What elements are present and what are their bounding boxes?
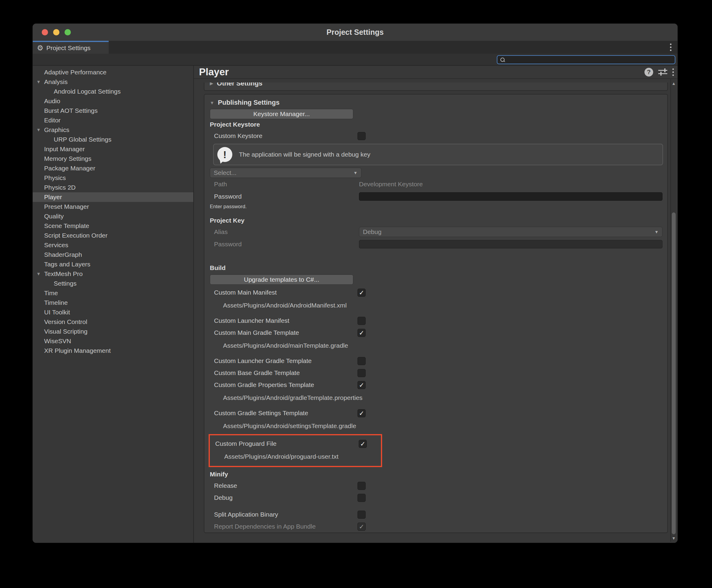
keystore-password-label: Password <box>214 193 359 200</box>
alias-dropdown[interactable]: Debug ▼ <box>359 227 663 237</box>
sidebar-item-burst-aot-settings[interactable]: Burst AOT Settings <box>33 106 193 115</box>
vertical-scrollbar[interactable]: ▲ ▼ <box>670 79 676 542</box>
sidebar-item-adaptive-performance[interactable]: Adaptive Performance <box>33 67 193 77</box>
sidebar-item-player[interactable]: Player <box>33 192 193 202</box>
sidebar-item-visual-scripting[interactable]: Visual Scripting <box>33 327 193 336</box>
sidebar-item-version-control[interactable]: Version Control <box>33 317 193 327</box>
sidebar-item-scene-template[interactable]: Scene Template <box>33 221 193 231</box>
expand-triangle-icon[interactable]: ▼ <box>36 77 41 87</box>
sidebar-item-urp-global-settings[interactable]: URP Global Settings <box>33 135 193 144</box>
window-title: Project Settings <box>33 24 677 41</box>
alias-label: Alias <box>214 228 359 235</box>
other-settings-section: ▶ Other Settings <box>204 83 668 91</box>
sidebar-item-timeline[interactable]: Timeline <box>33 298 193 308</box>
expanded-triangle-icon: ▼ <box>210 100 214 105</box>
setting-row: Custom Launcher Gradle Template <box>204 355 667 367</box>
sidebar-item-android-logcat-settings[interactable]: Android Logcat Settings <box>33 87 193 96</box>
sidebar-item-audio[interactable]: Audio <box>33 96 193 106</box>
custom-proguard-checkbox[interactable] <box>359 440 367 448</box>
keystore-manager-button[interactable]: Keystore Manager... <box>210 109 353 119</box>
custom-launcher-gradle-checkbox[interactable] <box>358 357 366 365</box>
highlight-box: Custom Proguard File Assets/Plugins/Andr… <box>209 434 382 467</box>
minify-debug-row: Debug <box>204 492 667 504</box>
project-key-header: Project Key <box>204 215 667 226</box>
sidebar-item-tags-and-layers[interactable]: Tags and Layers <box>33 259 193 269</box>
page-title: Player <box>199 66 229 78</box>
warning-icon: ! <box>217 147 232 162</box>
publishing-settings-section: ▼ Publishing Settings Keystore Manager..… <box>204 94 668 533</box>
sidebar-item-tmp-settings[interactable]: Settings <box>33 279 193 288</box>
search-field[interactable] <box>497 55 675 64</box>
debug-key-warning: ! The application will be signed with a … <box>213 144 663 165</box>
key-password-row: Password <box>204 238 667 251</box>
custom-main-gradle-checkbox[interactable] <box>358 329 366 337</box>
sidebar-item-services[interactable]: Services <box>33 240 193 250</box>
scrollbar-thumb[interactable] <box>672 212 676 534</box>
upgrade-templates-button[interactable]: Upgrade templates to C#... <box>210 274 353 285</box>
custom-gradle-settings-checkbox[interactable] <box>358 409 366 417</box>
custom-base-gradle-checkbox[interactable] <box>358 369 366 377</box>
path-value: Development Keystore <box>359 181 423 188</box>
custom-keystore-checkbox[interactable] <box>358 132 366 140</box>
player-settings-panel: Player ? ▶ Other Settings <box>194 66 677 543</box>
sidebar-item-time[interactable]: Time <box>33 288 193 298</box>
search-input[interactable] <box>507 57 669 63</box>
keystore-select-value: Select... <box>214 169 237 176</box>
sidebar-item-package-manager[interactable]: Package Manager <box>33 164 193 173</box>
sidebar-item-quality[interactable]: Quality <box>33 211 193 221</box>
minify-release-checkbox[interactable] <box>358 482 366 490</box>
kebab-menu-icon[interactable] <box>672 68 674 76</box>
custom-main-manifest-checkbox[interactable] <box>358 289 366 297</box>
kebab-menu-icon[interactable] <box>670 41 671 54</box>
split-application-binary-checkbox[interactable] <box>358 510 366 519</box>
custom-launcher-manifest-checkbox[interactable] <box>358 317 366 325</box>
project-settings-window: Project Settings ⚙ Project Settings Adap… <box>33 23 678 543</box>
keystore-path-row: Path Development Keystore <box>204 178 667 190</box>
scroll-down-icon[interactable]: ▼ <box>671 536 676 541</box>
other-settings-foldout[interactable]: ▶ Other Settings <box>204 83 667 88</box>
sidebar-item-input-manager[interactable]: Input Manager <box>33 144 193 154</box>
setting-row: Custom Base Gradle Template <box>204 367 667 379</box>
presets-icon[interactable] <box>658 68 667 76</box>
alias-row: Alias Debug ▼ <box>204 226 667 238</box>
path-text: Assets/Plugins/Android/settingsTemplate.… <box>204 419 667 433</box>
alias-value: Debug <box>363 228 382 235</box>
collapsed-triangle-icon: ▶ <box>210 83 213 86</box>
warning-text: The application will be signed with a de… <box>239 151 370 158</box>
key-password-input[interactable] <box>359 240 663 248</box>
sidebar-item-graphics[interactable]: ▼Graphics <box>33 125 193 135</box>
sidebar-item-physics-2d[interactable]: Physics 2D <box>33 183 193 192</box>
titlebar: Project Settings <box>33 24 677 41</box>
custom-gradle-properties-checkbox[interactable] <box>358 381 366 389</box>
search-icon <box>500 57 505 62</box>
sidebar-item-analysis[interactable]: ▼Analysis <box>33 77 193 87</box>
sidebar-item-editor[interactable]: Editor <box>33 115 193 125</box>
sidebar-item-script-execution-order[interactable]: Script Execution Order <box>33 231 193 240</box>
publishing-settings-foldout[interactable]: ▼ Publishing Settings <box>204 98 667 108</box>
keystore-select-dropdown[interactable]: Select... ▼ <box>210 168 361 178</box>
sidebar-item-ui-toolkit[interactable]: UI Toolkit <box>33 308 193 317</box>
sidebar-item-xr-plugin-management[interactable]: XR Plugin Management <box>33 346 193 356</box>
custom-keystore-row: Custom Keystore <box>204 130 667 142</box>
path-text: Assets/Plugins/Android/proguard-user.txt <box>210 450 381 463</box>
help-icon[interactable]: ? <box>645 68 653 77</box>
expand-triangle-icon[interactable]: ▼ <box>36 269 41 279</box>
keystore-password-row: Password <box>204 190 667 203</box>
sidebar-item-textmesh-pro[interactable]: ▼TextMesh Pro <box>33 269 193 279</box>
split-application-binary-row: Split Application Binary <box>204 508 667 521</box>
setting-row: Custom Main Manifest <box>204 287 667 298</box>
sidebar-item-wisesvn[interactable]: WiseSVN <box>33 336 193 346</box>
settings-category-list: Adaptive Performance ▼Analysis Android L… <box>33 66 194 543</box>
sidebar-item-preset-manager[interactable]: Preset Manager <box>33 202 193 211</box>
sidebar-item-physics[interactable]: Physics <box>33 173 193 183</box>
scroll-up-icon[interactable]: ▲ <box>671 81 676 86</box>
build-header: Build <box>204 262 667 273</box>
sidebar-item-shadergraph[interactable]: ShaderGraph <box>33 250 193 259</box>
expand-triangle-icon[interactable]: ▼ <box>36 125 41 135</box>
minify-debug-checkbox[interactable] <box>358 494 366 502</box>
custom-keystore-label: Custom Keystore <box>214 132 358 140</box>
tab-project-settings[interactable]: ⚙ Project Settings <box>33 41 109 54</box>
report-dependencies-checkbox <box>358 523 366 531</box>
keystore-password-input[interactable] <box>359 192 663 201</box>
sidebar-item-memory-settings[interactable]: Memory Settings <box>33 154 193 164</box>
